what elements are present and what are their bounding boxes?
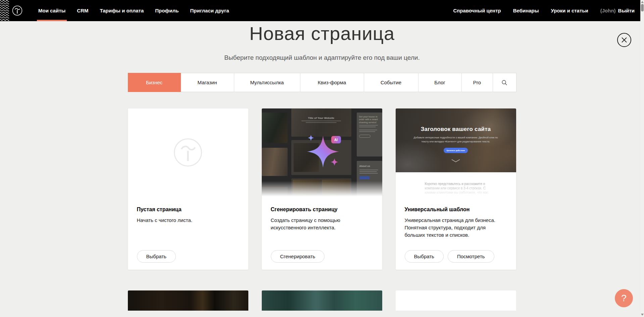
nav-item-label: Профиль [155,8,179,13]
card-description: Создать страницу с помощью искусственног… [271,217,373,231]
tilda-watermark-icon [173,138,203,167]
wave-pattern-decoration [0,0,9,21]
scrollbar-down-arrow[interactable] [641,314,644,316]
preview-button[interactable]: Посмотреть [448,250,494,263]
preview-mini-button [359,135,370,138]
tab-event[interactable]: Событие [364,73,418,92]
tilda-logo[interactable] [12,5,22,16]
search-tab[interactable] [493,73,516,92]
preview-thumbnail [262,187,288,196]
template-grid: Пустая страница Начать с чистого листа. … [128,108,516,270]
template-card-partial[interactable] [262,290,382,311]
logout-label: Выйти [618,8,635,13]
top-nav: Мои сайты CRM Тарифы и оплата Профиль Пр… [0,0,640,21]
nav-item-label: Уроки и статьи [551,8,588,13]
card-title: Пустая страница [137,207,239,213]
preview-cta-button: Целевое действие [444,148,468,153]
tab-blog[interactable]: Блог [418,73,462,92]
secondary-menu: Справочный центр Вебинары Уроки и статьи… [453,0,640,21]
nav-item-profile[interactable]: Профиль [155,0,179,21]
close-icon [621,37,628,43]
preview-thumbnail [262,148,288,176]
preview-thumbnail-text: Get your house in order with a smart cle… [357,112,382,156]
logout-link[interactable]: Выйти [618,0,635,21]
nav-item-invite-friend[interactable]: Пригласи друга [190,0,229,21]
blank-template-preview[interactable] [128,108,248,196]
tab-pro[interactable]: Pro [462,73,493,92]
nav-item-help-center[interactable]: Справочный центр [453,0,501,21]
account-area: (John) Выйти [600,0,635,21]
preview-body-text: Коротко представьтесь и расскажите о ком… [425,182,491,196]
page-title: Новая страница [0,24,644,43]
nav-item-webinars[interactable]: Вебинары [513,0,539,21]
nav-item-label: Тарифы и оплата [100,8,144,13]
card-title: Универсальный шаблон [405,207,507,213]
template-card-universal: Заголовок вашего сайта Добавьте интересн… [396,108,516,270]
main-menu: Мои сайты CRM Тарифы и оплата Профиль Пр… [38,0,229,21]
card-actions: Сгенерировать [271,250,325,263]
scrollbar-up-arrow[interactable] [641,1,644,3]
template-card-ai: Title of Your Website Get your house in … [262,108,382,270]
preview-hero-title: Заголовок вашего сайта [396,108,516,133]
sparkle-small-icon [331,158,338,166]
preview-mini-button [359,176,369,179]
ai-badge: AI [331,136,341,143]
nav-item-my-sites[interactable]: Мои сайты [38,0,65,21]
nav-item-lessons[interactable]: Уроки и статьи [551,0,588,21]
category-tabs: Бизнес Магазин Мультиссылка Квиз-форма С… [128,73,516,92]
nav-item-label: Мои сайты [38,8,65,13]
preview-thumbnail [262,112,288,143]
preview-thumbnail [291,178,351,196]
tab-business[interactable]: Бизнес [128,73,181,92]
card-title: Сгенерировать страницу [271,207,373,213]
card-description: Универсальная страница для бизнеса. Поня… [405,217,507,238]
preview-thumbnail-about: About us [357,161,382,196]
card-actions: Выбрать Посмотреть [405,250,494,263]
ai-template-preview[interactable]: Title of Your Website Get your house in … [262,108,382,196]
template-grid-row-2 [128,290,516,311]
scrollbar [640,0,644,317]
help-button[interactable]: ? [615,289,633,307]
chevron-down-icon [396,158,516,164]
preview-hero-subtitle: Добавьте интересные подробности о вашей … [413,136,498,143]
tab-shop[interactable]: Магазин [181,73,234,92]
page-subtitle: Выберите подходящий шаблон и адаптируйте… [0,54,644,61]
card-actions: Выбрать [137,250,176,263]
nav-item-label: Справочный центр [453,8,501,13]
tab-multilink[interactable]: Мультиссылка [234,73,300,92]
nav-item-tariffs[interactable]: Тарифы и оплата [100,0,144,21]
nav-item-crm[interactable]: CRM [77,0,88,21]
close-button[interactable] [617,33,631,47]
nav-item-label: CRM [77,8,88,13]
user-name: (John) [600,8,616,13]
card-body: Сгенерировать страницу Создать страницу … [262,196,382,231]
universal-template-preview[interactable]: Заголовок вашего сайта Добавьте интересн… [396,108,516,196]
card-body: Универсальный шаблон Универсальная стран… [396,196,516,238]
preview-thumbnail-hero: Title of Your Website [291,108,351,137]
preview-about-heading: About us [359,165,380,168]
scrollbar-thumb[interactable] [641,4,644,11]
generate-button[interactable]: Сгенерировать [271,250,325,263]
tab-quiz-form[interactable]: Квиз-форма [300,73,364,92]
template-card-partial[interactable] [396,290,516,311]
nav-item-label: Вебинары [513,8,539,13]
preview-side-heading: Get your house in order with a smart cle… [359,116,380,124]
choose-button[interactable]: Выбрать [137,250,176,263]
preview-site-title: Title of Your Website [291,117,351,120]
preview-hero: Заголовок вашего сайта Добавьте интересн… [396,108,516,172]
template-card-blank: Пустая страница Начать с чистого листа. … [128,108,248,270]
template-card-partial[interactable] [128,290,248,311]
card-body: Пустая страница Начать с чистого листа. [128,196,248,224]
search-icon [501,80,507,86]
choose-button[interactable]: Выбрать [405,250,444,263]
nav-item-label: Пригласи друга [190,8,229,13]
card-description: Начать с чистого листа. [137,217,239,224]
